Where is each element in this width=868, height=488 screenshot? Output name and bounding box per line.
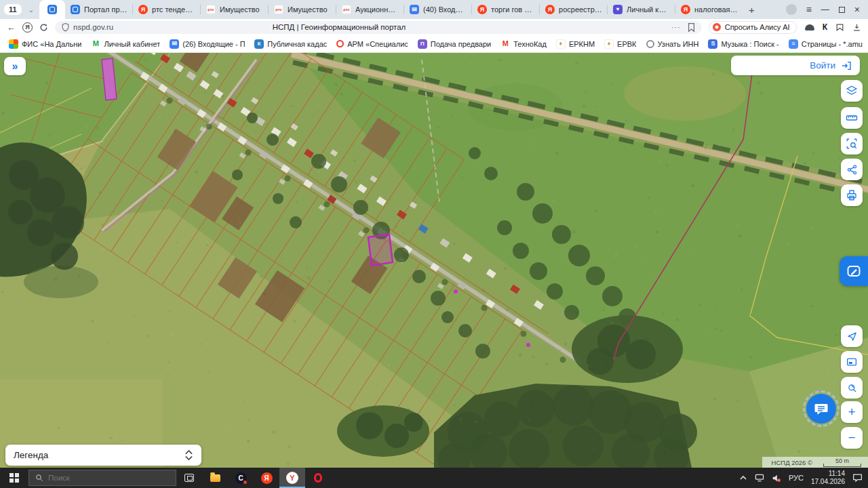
ruler-icon [846, 112, 858, 124]
tab[interactable]: Имущество [269, 0, 336, 19]
bookmark-item[interactable]: Узнать ИНН [643, 39, 703, 49]
print-tool[interactable] [841, 184, 863, 206]
browser-window: 11 ⌄ Портал простра ртс тендер элект [0, 0, 868, 488]
app-icon [210, 474, 220, 482]
date: 17.04.2026 [811, 478, 845, 486]
tab[interactable]: росреестр — Янд [540, 0, 608, 19]
login-arrow-icon [841, 60, 852, 71]
restore-button[interactable] [839, 7, 845, 13]
chat-support-button[interactable] [803, 390, 840, 427]
bookmark-favicon [708, 39, 717, 49]
taskbar-search[interactable] [28, 470, 176, 486]
taskbar-app[interactable] [305, 468, 331, 488]
bookmark-favicon [556, 39, 566, 49]
system-tray: РУС 11:14 17.04.2026 [739, 468, 868, 488]
close-button[interactable]: × [854, 5, 860, 14]
bookmark-item[interactable]: ЕРКНМ [553, 38, 598, 50]
tab[interactable] [39, 0, 65, 19]
volume-muted-icon[interactable] [772, 474, 781, 483]
bookmark-favicon [646, 40, 654, 48]
bookmark-favicon [604, 39, 614, 49]
downloads-icon[interactable] [852, 23, 861, 32]
bookmark-item[interactable]: Публичная кадас [251, 38, 330, 50]
share-tool[interactable] [841, 159, 863, 180]
tab-counter[interactable]: 11 [4, 4, 22, 15]
site-more-icon[interactable]: ··· [671, 23, 681, 31]
tab-title: торги гов ру офи [491, 5, 534, 14]
tab[interactable]: (40) Входящие - [404, 0, 472, 19]
tab-favicon [206, 5, 216, 14]
action-center-icon[interactable] [852, 473, 863, 483]
back-button[interactable]: ← [7, 23, 16, 32]
legend-label: Легенда [14, 450, 48, 460]
adblock-extension-icon[interactable] [805, 24, 814, 30]
address-bar[interactable]: nspd.gov.ru ··· [55, 21, 702, 34]
tab[interactable]: налоговая 28 оф [675, 0, 743, 19]
app-icon [235, 472, 247, 484]
taskbar-app[interactable] [279, 468, 305, 488]
legend-panel[interactable]: Легенда [5, 445, 201, 466]
layers-tool[interactable] [841, 80, 863, 102]
ask-alice-label: Спросить Алису AI [725, 23, 790, 31]
bookmark-item[interactable]: (26) Входящие - П [166, 38, 248, 50]
ask-alice-button[interactable]: Спросить Алису AI [709, 21, 797, 34]
bookmark-icon[interactable] [688, 23, 695, 32]
clock[interactable]: 11:14 17.04.2026 [811, 470, 845, 486]
tab-title: Портал простра [84, 5, 127, 14]
bookmark-item[interactable]: Личный кабинет [87, 38, 163, 50]
bookmark-item[interactable]: ТехноКад [497, 38, 550, 50]
app-icon [314, 473, 322, 483]
collections-icon[interactable] [835, 23, 844, 32]
bookmark-item[interactable]: Страницы - *.amu [785, 38, 866, 50]
taskbar-app[interactable] [176, 468, 202, 488]
login-button[interactable]: Войти [731, 56, 860, 75]
tab[interactable]: Портал простра [65, 0, 133, 19]
bookmark-item[interactable]: ЕРВК [601, 38, 639, 50]
attribution-text: НСПД 2026 © [772, 459, 812, 466]
new-tab-button[interactable]: + [743, 4, 760, 16]
tabs: Портал простра ртс тендер элект Имуществ… [39, 0, 743, 19]
bookmark-item[interactable]: Подача предвари [414, 38, 494, 50]
satellite-imagery [0, 53, 868, 468]
tab-title: налоговая 28 оф [694, 5, 738, 14]
zoom-out-button[interactable]: − [841, 427, 863, 449]
language-indicator[interactable]: РУС [789, 474, 804, 482]
share-icon [846, 164, 858, 176]
coord-search-tool[interactable] [841, 377, 863, 399]
locate-tool[interactable] [841, 325, 863, 347]
bookmark-item[interactable]: АРМ «Специалис [333, 39, 412, 49]
taskbar-app[interactable] [254, 468, 279, 488]
bookmark-item[interactable]: ФИС «На Дальни [5, 38, 85, 50]
taskbar-app[interactable] [228, 468, 254, 488]
network-icon[interactable] [755, 474, 764, 482]
minimap-tool[interactable] [841, 351, 863, 373]
search-input[interactable] [48, 474, 150, 482]
kaspersky-extension-icon[interactable]: К [823, 22, 827, 32]
tab-strip: 11 ⌄ Портал простра ртс тендер элект [0, 0, 868, 19]
area-search-icon [846, 138, 858, 150]
tab[interactable]: Аукционный тор [336, 0, 404, 19]
bookmark-item[interactable]: Музыка : Поиск - [705, 38, 782, 50]
measure-tool[interactable] [841, 107, 863, 129]
site-security-icon[interactable] [62, 23, 69, 32]
tab-favicon [274, 5, 283, 14]
bookmark-label: ТехноКад [513, 40, 547, 48]
tab[interactable]: ртс тендер элект [133, 0, 201, 19]
browser-menu-button[interactable]: ≡ [806, 5, 812, 14]
minimize-button[interactable]: — [821, 5, 829, 14]
map-canvas[interactable]: » Войти [0, 53, 868, 468]
tab[interactable]: Имущество [201, 0, 269, 19]
zoom-in-button[interactable]: + [841, 401, 863, 423]
refresh-icon[interactable] [39, 23, 48, 32]
tab-list-dropdown[interactable]: ⌄ [23, 6, 39, 14]
profile-avatar[interactable] [786, 4, 797, 15]
yandex-home-icon[interactable] [22, 22, 33, 33]
tab[interactable]: Личный кабинет [608, 0, 675, 19]
area-search-tool[interactable] [841, 133, 863, 155]
sidebar-expand-button[interactable]: » [4, 57, 26, 75]
tray-expand-icon[interactable] [739, 474, 747, 482]
start-button[interactable] [0, 468, 28, 488]
draw-tool-active[interactable] [840, 256, 868, 286]
tab[interactable]: торги гов ру офи [472, 0, 540, 19]
taskbar-app[interactable] [202, 468, 228, 488]
